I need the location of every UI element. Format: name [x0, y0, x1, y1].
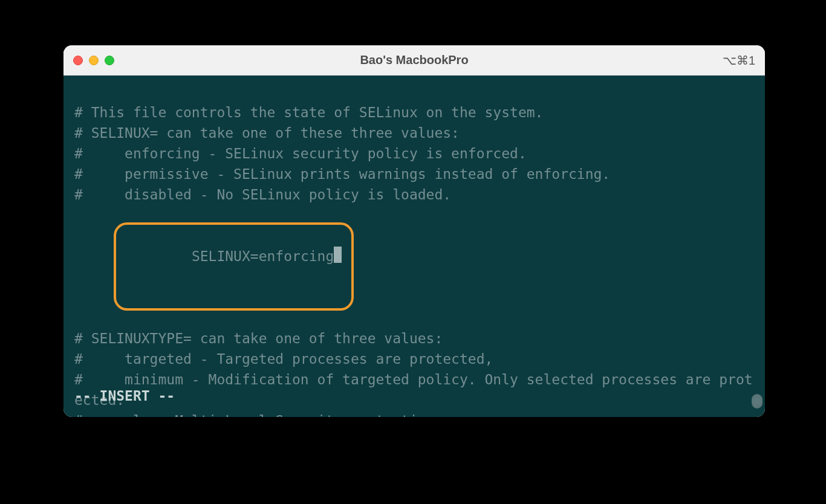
editor-line-highlighted: SELINUX=enforcing	[74, 205, 754, 328]
titlebar[interactable]: Bao's MacbookPro ⌥⌘1	[63, 45, 765, 76]
terminal-window: Bao's MacbookPro ⌥⌘1 # This file control…	[63, 45, 765, 417]
zoom-icon[interactable]	[105, 56, 114, 65]
window-shortcut: ⌥⌘1	[723, 53, 755, 68]
terminal-body[interactable]: # This file controls the state of SELinu…	[63, 76, 765, 417]
highlight-text: SELINUX=enforcing	[192, 248, 334, 264]
editor-line: # minimum - Modification of targeted pol…	[74, 369, 754, 410]
vim-mode-status: -- INSERT --	[74, 386, 175, 406]
editor-line: # permissive - SELinux prints warnings i…	[74, 164, 754, 184]
highlight-ring	[114, 222, 354, 311]
editor-line: # SELINUX= can take one of these three v…	[74, 123, 754, 143]
scrollbar-thumb[interactable]	[752, 394, 763, 409]
window-title: Bao's MacbookPro	[63, 53, 765, 67]
editor-line: # This file controls the state of SELinu…	[74, 102, 754, 123]
editor-line: # enforcing - SELinux security policy is…	[74, 143, 754, 164]
close-icon[interactable]	[73, 56, 83, 65]
traffic-lights	[73, 56, 114, 65]
cursor-icon	[334, 247, 342, 263]
editor-line: # SELINUXTYPE= can take one of three val…	[74, 328, 754, 349]
editor-line: # mls - Multi Level Security protection.	[74, 410, 754, 417]
minimize-icon[interactable]	[89, 56, 99, 65]
editor-line: # targeted - Targeted processes are prot…	[74, 349, 754, 369]
editor-line: # disabled - No SELinux policy is loaded…	[74, 184, 754, 205]
